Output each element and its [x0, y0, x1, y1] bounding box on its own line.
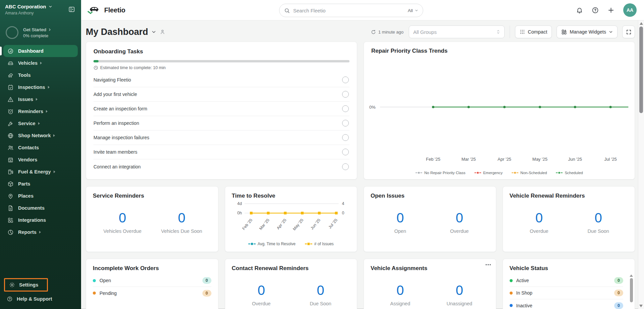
submenu-arrow-icon [53, 134, 55, 137]
list-item[interactable]: Pending 0 [93, 287, 211, 299]
stat[interactable]: 0Due Soon [569, 210, 628, 234]
integrations-icon [7, 217, 14, 223]
task-row[interactable]: Navigating Fleetio [93, 73, 349, 87]
task-checkbox[interactable] [342, 163, 349, 170]
scrollbar-thumb[interactable] [630, 278, 633, 302]
stat[interactable]: 0Open [371, 210, 430, 234]
dashboard-switcher-chevron-icon[interactable] [151, 30, 156, 34]
repair-trends-chart: 0% Feb '25 Mar '25 Apr '25 May '25 Jun '… [364, 55, 635, 163]
sidebar-header: ABC Corporation Amara Anthony [0, 0, 81, 22]
task-row[interactable]: Invite team members [93, 145, 349, 159]
scroll-up-arrow-icon[interactable] [640, 22, 643, 25]
legend-item[interactable]: Non-Scheduled [512, 171, 547, 175]
scrollbar-thumb[interactable] [639, 27, 643, 113]
global-search[interactable]: All [279, 4, 423, 17]
scroll-up-arrow-icon[interactable] [630, 274, 633, 277]
task-row[interactable]: Connect an integration [93, 159, 349, 174]
quick-add-button[interactable] [607, 6, 615, 14]
task-row[interactable]: Add your first vehicle [93, 87, 349, 102]
fuel-icon [7, 169, 14, 175]
brand-logo[interactable]: Fleetio [81, 5, 125, 15]
sidebar-item-documents[interactable]: Documents [3, 202, 78, 214]
groups-filter-select[interactable]: All Groups [409, 25, 505, 38]
list-item[interactable]: Active 0 [510, 274, 624, 287]
list-item[interactable]: Open 0 [93, 274, 211, 287]
widget-scrollbar[interactable] [629, 274, 633, 309]
status-dot [510, 279, 513, 282]
sidebar-item-issues[interactable]: Issues [3, 93, 78, 105]
sidebar-item-settings[interactable]: Settings [6, 279, 42, 290]
search-scope-dropdown[interactable]: All [408, 8, 418, 13]
manage-widgets-button[interactable]: Manage Widgets [557, 25, 618, 38]
chevron-down-icon [609, 30, 613, 34]
sidebar-item-help-support[interactable]: Help & Support [3, 294, 78, 304]
stat[interactable]: 0Overdue [510, 210, 569, 234]
widget-title: Onboarding Tasks [93, 48, 349, 55]
svg-text:0%: 0% [369, 105, 376, 110]
sidebar-item-shop-network[interactable]: Shop Network [3, 130, 78, 142]
compact-toggle-button[interactable]: Compact [515, 25, 552, 38]
list-item[interactable]: Inactive 0 [510, 299, 624, 309]
task-checkbox[interactable] [342, 134, 349, 141]
sidebar-item-inspections[interactable]: Inspections [3, 81, 78, 93]
issues-icon [7, 96, 14, 103]
widget-menu-button[interactable] [485, 264, 491, 266]
legend-item[interactable]: Emergency [474, 171, 503, 175]
scroll-down-arrow-icon[interactable] [639, 305, 643, 307]
vehicle-renewal-reminders-widget: Vehicle Renewal Reminders 0Overdue 0Due … [503, 186, 635, 252]
fullscreen-button[interactable] [622, 25, 635, 38]
stat[interactable]: 0Due Soon [291, 283, 350, 306]
sidebar-item-reminders[interactable]: Reminders [3, 105, 78, 117]
list-item[interactable]: In Shop 0 [510, 287, 624, 299]
svg-text:4d: 4d [237, 201, 242, 206]
sidebar-item-fuel-energy[interactable]: Fuel & Energy [3, 166, 78, 178]
stat[interactable]: 0Assigned [371, 283, 430, 306]
task-row[interactable]: Manage inspection failures [93, 131, 349, 145]
stat[interactable]: 0Vehicles Overdue [93, 210, 152, 234]
sidebar-item-vendors[interactable]: Vendors [3, 154, 78, 166]
task-checkbox[interactable] [342, 120, 349, 126]
sidebar-item-places[interactable]: Places [3, 190, 78, 202]
brand-name: Fleetio [104, 6, 125, 14]
sidebar-item-tools[interactable]: Tools [3, 69, 78, 81]
page-scrollbar[interactable] [638, 20, 644, 309]
get-started-panel[interactable]: Get Started 0% complete [0, 22, 81, 44]
sidebar-item-integrations[interactable]: Integrations [3, 214, 78, 226]
sidebar-item-contacts[interactable]: Contacts [3, 142, 78, 154]
help-center-button[interactable] [592, 6, 599, 14]
task-row[interactable]: Create an inspection form [93, 102, 349, 116]
legend-item[interactable]: Avg. Time to Resolve [248, 242, 296, 246]
sidebar-item-reports[interactable]: Reports [3, 226, 78, 238]
legend-item[interactable]: # of Issues [305, 242, 334, 246]
user-avatar[interactable]: AA [623, 3, 637, 17]
stat[interactable]: 0Unassigned [430, 283, 489, 306]
sidebar-item-dashboard[interactable]: Dashboard [3, 45, 78, 57]
clock-icon [93, 65, 98, 70]
gear-icon [9, 282, 15, 288]
sidebar-item-parts[interactable]: Parts [3, 178, 78, 190]
sidebar-collapse-button[interactable] [68, 5, 77, 14]
org-switcher[interactable]: ABC Corporation [5, 4, 52, 9]
fullscreen-icon [626, 29, 632, 35]
task-row[interactable]: Perform an inspection [93, 116, 349, 131]
search-input[interactable] [293, 8, 408, 13]
task-checkbox[interactable] [342, 105, 349, 112]
task-checkbox[interactable] [342, 91, 349, 98]
sidebar-item-vehicles[interactable]: Vehicles [3, 57, 78, 69]
help-circle-icon [592, 7, 599, 14]
incomplete-work-orders-widget: Incomplete Work Orders Open 0 Pending 0 [86, 259, 218, 309]
stat[interactable]: 0Vehicles Due Soon [152, 210, 211, 234]
svg-text:Mar '25: Mar '25 [461, 157, 476, 162]
refresh-status[interactable]: 1 minute ago [371, 30, 403, 35]
stat[interactable]: 0Overdue [232, 283, 291, 306]
task-checkbox[interactable] [342, 76, 349, 83]
legend-item[interactable]: No Repair Priority Class [415, 171, 465, 175]
sidebar-item-service[interactable]: Service [3, 117, 78, 130]
task-checkbox[interactable] [342, 149, 349, 155]
legend-item[interactable]: Scheduled [556, 171, 583, 175]
submenu-arrow-icon [36, 98, 38, 101]
svg-text:May '25: May '25 [292, 218, 305, 231]
notifications-button[interactable] [576, 6, 583, 14]
stat[interactable]: 0Overdue [430, 210, 489, 234]
svg-text:May '25: May '25 [532, 157, 548, 162]
